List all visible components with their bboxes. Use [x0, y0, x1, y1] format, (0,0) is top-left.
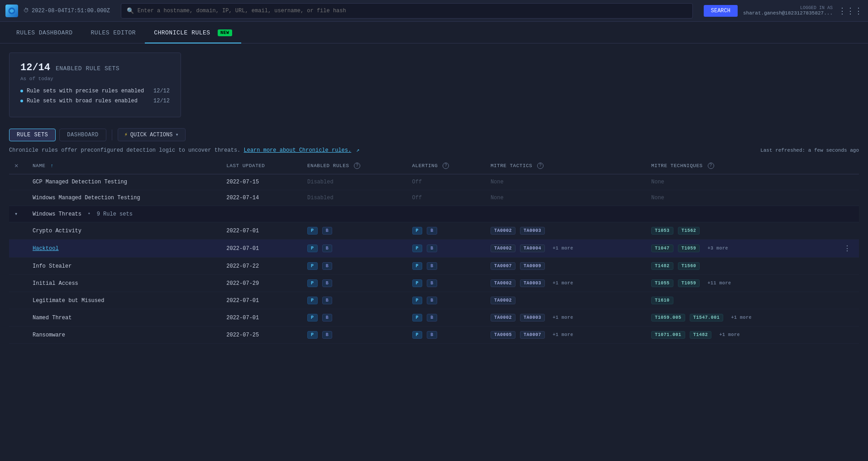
quick-actions-button[interactable]: ⚡ QUICK ACTIONS ▾ [118, 128, 186, 141]
chevron-down-icon[interactable]: ▾ [14, 211, 18, 217]
tag-p: P [307, 314, 318, 322]
row-last-updated: 2022-07-15 [221, 174, 302, 190]
table-row: GCP Managed Detection Testing 2022-07-15… [9, 174, 859, 190]
row-name[interactable]: Info Stealer [27, 258, 221, 275]
row-name[interactable]: GCP Managed Detection Testing [27, 174, 221, 190]
tactic-tag[interactable]: TA0002 [491, 245, 515, 252]
row-last-updated: 2022-07-14 [221, 190, 302, 206]
row-name[interactable]: Named Threat [27, 309, 221, 327]
col-last-updated[interactable]: LAST UPDATED [221, 157, 302, 174]
last-refresh: Last refreshed: a few seconds ago [760, 148, 859, 153]
table-row: Crypto Activity 2022-07-01 P B P B TA000… [9, 222, 859, 240]
tag-b: B [427, 297, 437, 304]
col-expand[interactable]: ✕ [9, 157, 27, 174]
technique-tag[interactable]: T1562 [678, 227, 700, 235]
time-display: ⏱ 2022-08-04T17:51:00.000Z [24, 7, 110, 14]
tactic-tag[interactable]: TA0003 [520, 227, 545, 235]
mitre-techniques-help-icon[interactable]: ? [708, 163, 714, 169]
rule-sets-button[interactable]: RULE SETS [9, 129, 56, 141]
username: sharat.ganesh@1823127835827... [743, 10, 833, 16]
table-row: Legitimate but Misused 2022-07-01 P B P … [9, 292, 859, 309]
mitre-tactics-help-icon[interactable]: ? [537, 163, 544, 169]
tactic-tag[interactable]: TA0002 [491, 227, 515, 235]
tactic-tag[interactable]: TA0002 [491, 279, 515, 287]
grid-icon[interactable]: ⋮⋮⋮ [838, 6, 863, 16]
tactic-tag[interactable]: TA0002 [491, 314, 515, 322]
tactic-tag[interactable]: TA0002 [491, 297, 515, 304]
tactic-more[interactable]: +1 more [549, 280, 577, 287]
tactic-tag[interactable]: TA0009 [520, 262, 545, 270]
search-input[interactable] [138, 8, 687, 14]
row-last-updated: 2022-07-01 [221, 309, 302, 327]
search-bar[interactable]: 🔍 [121, 3, 693, 19]
technique-tag[interactable]: T1059 [678, 245, 700, 252]
row-name[interactable]: Initial Access [27, 275, 221, 292]
logo-icon [5, 5, 18, 17]
tab-rules-dashboard[interactable]: RULES DASHBOARD [7, 23, 82, 43]
description-text: Chronicle rules offer preconfigured dete… [9, 147, 360, 154]
tactic-tag[interactable]: TA0003 [520, 279, 545, 287]
tab-rules-editor[interactable]: RULES EDITOR [82, 23, 145, 43]
table-row: Info Stealer 2022-07-22 P B P B TA0007 T… [9, 258, 859, 275]
tactic-more[interactable]: +1 more [549, 314, 577, 321]
col-alerting[interactable]: ALERTING ? [407, 157, 485, 174]
technique-tag[interactable]: T1059.005 [651, 314, 685, 322]
row-name[interactable]: Crypto Activity [27, 222, 221, 240]
tab-chronicle-rules[interactable]: CHRONICLE RULES NEW [145, 23, 241, 43]
tag-p: P [307, 245, 318, 252]
technique-more[interactable]: +3 more [704, 245, 731, 252]
technique-tag[interactable]: T1059 [678, 279, 700, 287]
tactic-tag[interactable]: TA0007 [520, 331, 545, 339]
alerting-help-icon[interactable]: ? [443, 163, 449, 169]
technique-tag[interactable]: T1071.001 [651, 331, 685, 339]
row-enabled-rules: P B [302, 309, 407, 327]
technique-more[interactable]: +1 more [716, 331, 743, 338]
tactic-tag[interactable]: TA0004 [520, 245, 545, 252]
search-button[interactable]: SEARCH [704, 5, 738, 17]
group-expand-cell[interactable]: ▾ [9, 206, 27, 222]
technique-tag[interactable]: T1047 [651, 245, 673, 252]
row-name[interactable]: Legitimate but Misused [27, 292, 221, 309]
tag-p: P [307, 262, 318, 270]
col-mitre-techniques[interactable]: MITRE TECHNIQUES ? [646, 157, 835, 174]
rule-sets-table: ✕ NAME ↑ LAST UPDATED ENABLED RULES ? AL… [9, 157, 859, 344]
row-alerting: P B [407, 240, 485, 258]
row-menu[interactable]: ⋮ [835, 240, 859, 258]
hacktool-link[interactable]: Hacktool [33, 245, 59, 252]
row-name[interactable]: Ransomware [27, 327, 221, 344]
row-mitre-techniques: T1047 T1059 +3 more [646, 240, 835, 258]
more-menu-button[interactable]: ⋮ [841, 244, 854, 253]
technique-tag[interactable]: T1053 [651, 227, 673, 235]
technique-more[interactable]: +11 more [704, 280, 734, 287]
technique-tag[interactable]: T1482 [690, 331, 712, 339]
row-enabled-rules: P B [302, 292, 407, 309]
tag-p: P [412, 297, 423, 304]
technique-tag[interactable]: T1560 [678, 262, 700, 270]
tactic-more[interactable]: +1 more [549, 331, 577, 338]
logged-in-label: LOGGED IN AS [743, 5, 833, 10]
row-mitre-techniques: T1071.001 T1482 +1 more [646, 327, 835, 344]
tactic-tag[interactable]: TA0005 [491, 331, 515, 339]
col-enabled-rules[interactable]: ENABLED RULES ? [302, 157, 407, 174]
col-mitre-tactics[interactable]: MITRE TACTICS ? [485, 157, 646, 174]
dashboard-button[interactable]: DASHBOARD [59, 129, 106, 141]
row-enabled-rules: P B [302, 240, 407, 258]
col-name[interactable]: NAME ↑ [27, 157, 221, 174]
tactic-more[interactable]: +1 more [549, 245, 577, 252]
expand-all-icon[interactable]: ✕ [14, 162, 19, 169]
technique-tag[interactable]: T1547.001 [690, 314, 724, 322]
learn-more-link[interactable]: Learn more about Chronicle rules. [244, 147, 352, 154]
tactic-tag[interactable]: TA0007 [491, 262, 515, 270]
tag-b: B [322, 279, 333, 287]
enabled-rules-help-icon[interactable]: ? [354, 163, 360, 169]
row-name[interactable]: Windows Managed Detection Testing [27, 190, 221, 206]
expand-cell [9, 240, 27, 258]
technique-tag[interactable]: T1482 [651, 262, 673, 270]
technique-more[interactable]: +1 more [728, 314, 755, 321]
main-content: 12/14 ENABLED RULE SETS As of today Rule… [0, 43, 868, 461]
technique-tag[interactable]: T1055 [651, 279, 673, 287]
technique-tag[interactable]: T1610 [651, 297, 673, 304]
row-name[interactable]: Hacktool [27, 240, 221, 258]
tactic-tag[interactable]: TA0003 [520, 314, 545, 322]
row-mitre-techniques: T1610 [646, 292, 835, 309]
